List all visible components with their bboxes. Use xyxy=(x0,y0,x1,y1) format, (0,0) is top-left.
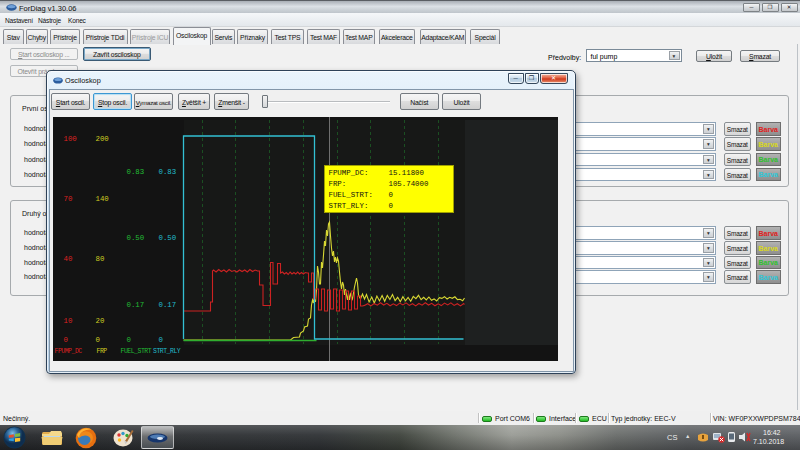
svg-text:0: 0 xyxy=(95,336,99,344)
svg-text:40: 40 xyxy=(63,255,72,263)
svg-text:FUEL_STRT:: FUEL_STRT: xyxy=(328,191,372,199)
svg-text:FPUMP_DC:: FPUMP_DC: xyxy=(328,169,368,177)
svg-text:0.83: 0.83 xyxy=(126,168,144,176)
svg-text:70: 70 xyxy=(63,195,72,203)
svg-text:0: 0 xyxy=(63,336,67,344)
svg-text:100: 100 xyxy=(63,135,76,143)
svg-text:140: 140 xyxy=(95,195,108,203)
svg-text:10: 10 xyxy=(63,317,72,325)
svg-text:0: 0 xyxy=(388,202,392,210)
svg-text:FPUMP_DC: FPUMP_DC xyxy=(54,348,82,355)
svg-text:STRT_RLY:: STRT_RLY: xyxy=(328,202,368,210)
svg-text:0: 0 xyxy=(158,336,162,344)
svg-text:0.50: 0.50 xyxy=(126,234,144,242)
svg-text:15.11800: 15.11800 xyxy=(388,169,423,177)
svg-text:200: 200 xyxy=(95,135,108,143)
svg-text:20: 20 xyxy=(95,317,104,325)
svg-text:FUEL_STRT: FUEL_STRT xyxy=(120,348,151,355)
svg-text:FRP:: FRP: xyxy=(328,180,346,188)
svg-text:0: 0 xyxy=(126,336,130,344)
svg-text:FRP: FRP xyxy=(96,348,107,355)
svg-text:0.83: 0.83 xyxy=(158,168,176,176)
svg-text:0.17: 0.17 xyxy=(126,301,144,309)
svg-text:0.17: 0.17 xyxy=(158,301,176,309)
svg-text:STRT_RLY: STRT_RLY xyxy=(153,348,181,355)
svg-text:0.50: 0.50 xyxy=(158,234,176,242)
svg-text:105.74000: 105.74000 xyxy=(388,180,428,188)
svg-text:80: 80 xyxy=(95,255,104,263)
svg-text:0: 0 xyxy=(388,191,392,199)
